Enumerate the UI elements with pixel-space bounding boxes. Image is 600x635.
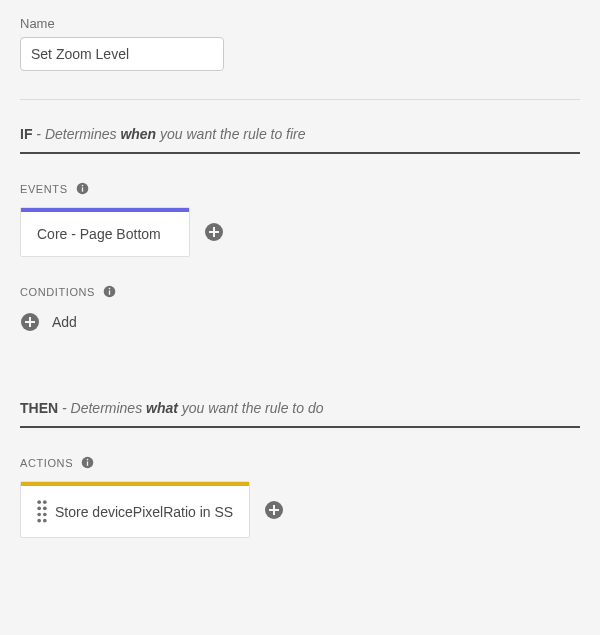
name-label: Name <box>20 16 580 31</box>
events-label-text: EVENTS <box>20 183 68 195</box>
svg-point-14 <box>87 459 89 461</box>
actions-row: Store devicePixelRatio in SS <box>20 481 580 538</box>
conditions-section-label: CONDITIONS <box>20 285 580 298</box>
svg-rect-13 <box>87 461 88 465</box>
svg-point-18 <box>43 506 47 510</box>
actions-section-label: ACTIONS <box>20 456 580 469</box>
plus-circle-icon <box>264 500 284 520</box>
info-icon[interactable] <box>81 456 94 469</box>
events-row: Core - Page Bottom <box>20 207 580 257</box>
svg-point-2 <box>81 185 83 187</box>
svg-point-19 <box>37 513 41 517</box>
if-desc-2: when <box>120 126 156 142</box>
event-card-text: Core - Page Bottom <box>37 226 161 242</box>
action-card[interactable]: Store devicePixelRatio in SS <box>20 481 250 538</box>
svg-rect-25 <box>269 509 279 511</box>
if-prefix: IF <box>20 126 32 142</box>
info-icon[interactable] <box>76 182 89 195</box>
drag-handle-icon[interactable] <box>37 500 47 523</box>
add-condition-button[interactable]: Add <box>20 312 580 332</box>
svg-rect-1 <box>81 187 82 191</box>
if-desc-3: you want the rule to fire <box>160 126 306 142</box>
then-desc-1: - Determines <box>62 400 142 416</box>
svg-rect-7 <box>109 290 110 294</box>
svg-rect-5 <box>209 231 219 233</box>
divider <box>20 99 580 100</box>
svg-point-20 <box>43 513 47 517</box>
if-divider <box>20 152 580 154</box>
then-desc-3: you want the rule to do <box>182 400 324 416</box>
then-heading: THEN - Determines what you want the rule… <box>20 400 580 416</box>
then-divider <box>20 426 580 428</box>
svg-point-22 <box>43 519 47 523</box>
conditions-label-text: CONDITIONS <box>20 286 95 298</box>
then-prefix: THEN <box>20 400 58 416</box>
events-section-label: EVENTS <box>20 182 580 195</box>
add-condition-text: Add <box>52 314 77 330</box>
info-icon[interactable] <box>103 285 116 298</box>
plus-circle-icon <box>20 312 40 332</box>
actions-label-text: ACTIONS <box>20 457 73 469</box>
svg-point-17 <box>37 506 41 510</box>
plus-circle-icon <box>204 222 224 242</box>
rule-name-input[interactable] <box>20 37 224 71</box>
event-card[interactable]: Core - Page Bottom <box>20 207 190 257</box>
action-card-text: Store devicePixelRatio in SS <box>55 504 233 520</box>
svg-rect-11 <box>25 321 35 323</box>
svg-point-8 <box>109 288 111 290</box>
if-desc-1: - Determines <box>36 126 116 142</box>
svg-point-15 <box>37 500 41 504</box>
if-heading: IF - Determines when you want the rule t… <box>20 126 580 142</box>
add-action-button[interactable] <box>264 500 284 520</box>
svg-point-21 <box>37 519 41 523</box>
then-desc-2: what <box>146 400 178 416</box>
add-event-button[interactable] <box>204 222 224 242</box>
svg-point-16 <box>43 500 47 504</box>
